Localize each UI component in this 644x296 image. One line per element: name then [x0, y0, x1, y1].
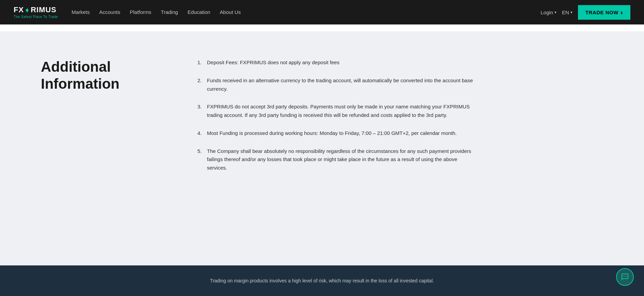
chat-icon [621, 273, 629, 281]
list-item: 2. Funds received in an alternative curr… [197, 76, 477, 93]
nav-item-education[interactable]: Education [188, 9, 210, 15]
trade-now-button[interactable]: TRADE NOW [578, 5, 630, 20]
nav-link-markets[interactable]: Markets [71, 9, 90, 15]
nav-item-accounts[interactable]: Accounts [99, 9, 120, 15]
info-list: 1. Deposit Fees: FXPRIMUS does not apply… [197, 58, 477, 182]
logo-arrow-icon: ➧ [24, 6, 30, 14]
nav-link-trading[interactable]: Trading [161, 9, 178, 15]
item-text-2: Funds received in an alternative currenc… [207, 76, 477, 93]
list-item: 5. The Company shall bear absolutely no … [197, 147, 477, 172]
nav-item-about[interactable]: About Us [220, 9, 241, 15]
item-number-2: 2. [197, 76, 203, 93]
login-button[interactable]: Login [541, 10, 557, 15]
item-number-1: 1. [197, 58, 203, 67]
item-text-5: The Company shall bear absolutely no res… [207, 147, 477, 172]
chat-button[interactable] [616, 268, 634, 286]
item-number-3: 3. [197, 103, 203, 120]
nav-item-platforms[interactable]: Platforms [130, 9, 151, 15]
item-text-1: Deposit Fees: FXPRIMUS does not apply an… [207, 58, 339, 67]
item-number-4: 4. [197, 129, 203, 138]
item-number-5: 5. [197, 147, 203, 172]
item-text-4: Most Funding is processed during working… [207, 129, 457, 138]
navbar-right: Login EN TRADE NOW [541, 5, 630, 20]
language-selector[interactable]: EN [562, 10, 573, 15]
nav-item-markets[interactable]: Markets [71, 9, 90, 15]
navbar-left: FX ➧ RIMUS The Safest Place To Trade Mar… [14, 6, 241, 18]
nav-link-about[interactable]: About Us [220, 9, 241, 15]
nav-link-education[interactable]: Education [188, 9, 210, 15]
nav-link-accounts[interactable]: Accounts [99, 9, 120, 15]
footer-disclaimer: Trading on margin products involves a hi… [210, 278, 434, 283]
list-item: 3. FXPRIMUS do not accept 3rd party depo… [197, 103, 477, 120]
svg-point-1 [625, 276, 625, 277]
logo[interactable]: FX ➧ RIMUS The Safest Place To Trade [14, 6, 58, 18]
main-content: Additional Information 1. Deposit Fees: … [0, 31, 644, 265]
logo-rimus: RIMUS [31, 6, 57, 14]
logo-tagline: The Safest Place To Trade [14, 15, 58, 19]
white-strip [0, 24, 644, 31]
list-item: 1. Deposit Fees: FXPRIMUS does not apply… [197, 58, 477, 67]
logo-text: FX ➧ RIMUS [14, 6, 58, 14]
nav-links: Markets Accounts Platforms Trading Educa… [71, 9, 241, 15]
svg-point-2 [626, 276, 627, 277]
list-item: 4. Most Funding is processed during work… [197, 129, 477, 138]
logo-fx: FX [14, 6, 24, 14]
svg-point-0 [623, 276, 624, 277]
item-text-3: FXPRIMUS do not accept 3rd party deposit… [207, 103, 477, 120]
footer: Trading on margin products involves a hi… [0, 265, 644, 296]
nav-item-trading[interactable]: Trading [161, 9, 178, 15]
nav-link-platforms[interactable]: Platforms [130, 9, 151, 15]
navbar: FX ➧ RIMUS The Safest Place To Trade Mar… [0, 0, 644, 24]
section-title: Additional Information [41, 58, 170, 93]
